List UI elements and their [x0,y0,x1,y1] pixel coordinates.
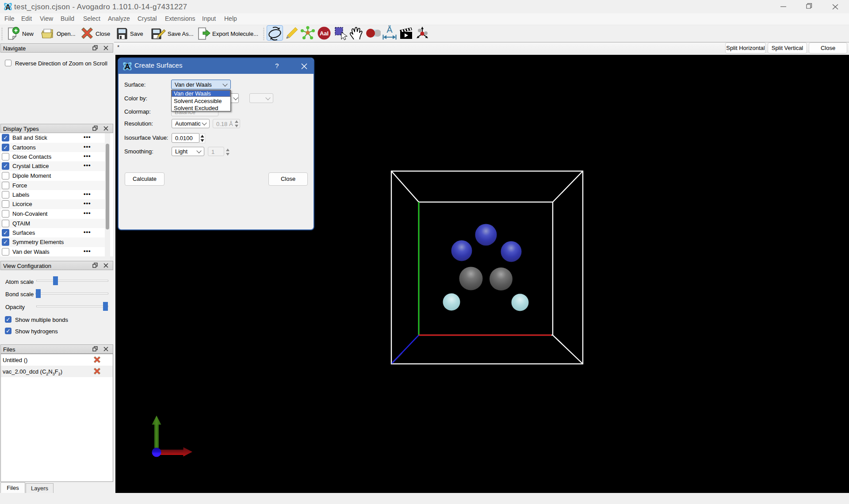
svg-text:A: A [5,4,11,11]
svg-text:Å: Å [386,25,393,34]
svg-text:A: A [125,62,130,71]
svg-text:AaI: AaI [319,30,328,37]
